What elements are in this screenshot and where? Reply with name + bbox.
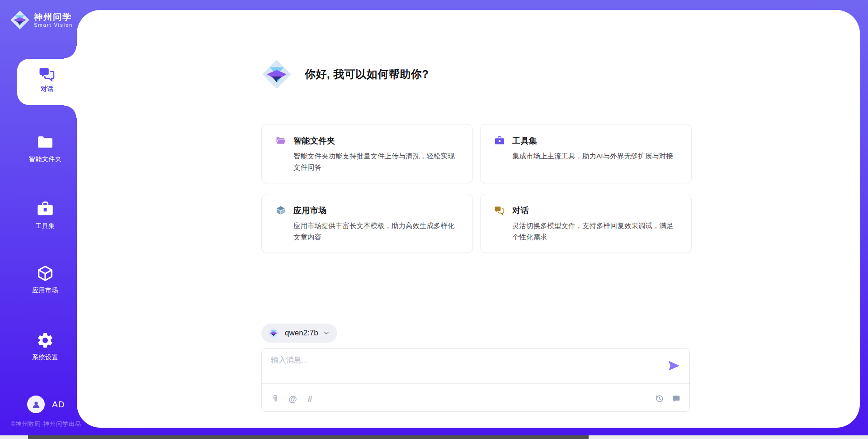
model-logo-icon <box>268 327 279 339</box>
attach-file-button[interactable] <box>271 394 280 404</box>
sidebar-item-label: 对话 <box>41 85 53 92</box>
card-chat[interactable]: 对话 灵活切换多模型文件，支持多样回复效果调试，满足个性化需求 <box>480 194 692 253</box>
paperclip-icon <box>271 394 280 404</box>
chat-icon <box>494 205 505 216</box>
card-description: 灵活切换多模型文件，支持多样回复效果调试，满足个性化需求 <box>512 220 679 243</box>
brand-subtitle: Smart Vision <box>34 22 73 28</box>
greeting-title: 你好, 我可以如何帮助你? <box>305 67 429 81</box>
sidebar-item-label: 智能文件夹 <box>29 155 62 162</box>
card-app-market[interactable]: 应用市场 应用市场提供丰富长文本模板，助力高效生成多样化文章内容 <box>261 194 473 253</box>
message-input[interactable] <box>271 355 651 380</box>
chevron-down-icon <box>323 329 330 337</box>
active-tab-fillet-top <box>64 46 77 59</box>
card-description: 应用市场提供丰富长文本模板，助力高效生成多样化文章内容 <box>293 220 460 243</box>
folder-icon <box>275 135 286 146</box>
sidebar-item-label: 应用市场 <box>32 286 58 294</box>
user-name: AD <box>52 400 65 410</box>
card-toolset[interactable]: 工具集 集成市场上主流工具，助力AI与外界无缝扩展与对接 <box>480 124 692 183</box>
user-account[interactable]: AD <box>27 396 65 413</box>
cube-icon <box>36 264 54 282</box>
card-title: 应用市场 <box>293 205 327 216</box>
history-icon <box>655 394 665 404</box>
card-title: 对话 <box>512 205 529 216</box>
sidebar-item-label: 系统设置 <box>32 353 58 361</box>
brand: 神州问学 Smart Vision <box>10 10 73 30</box>
model-name: qwen2:7b <box>285 329 318 338</box>
hashtag-button[interactable]: # <box>305 394 315 404</box>
active-tab-fillet-bottom <box>64 105 77 118</box>
greeting: 你好, 我可以如何帮助你? <box>261 59 429 90</box>
message-composer: @ # <box>261 348 690 412</box>
toolbox-icon <box>494 135 505 146</box>
send-button[interactable] <box>668 359 680 372</box>
sidebar-item-app-market[interactable]: 应用市场 <box>7 264 84 295</box>
person-icon <box>31 399 42 410</box>
sidebar: 神州问学 Smart Vision 对话 智能文件夹 工具集 应用市场 系统设置… <box>0 0 77 439</box>
model-selector[interactable]: qwen2:7b <box>261 324 337 343</box>
feature-cards: 智能文件夹 智能文件夹功能支持批量文件上传与清洗，轻松实现文件问答 工具集 集成… <box>261 124 692 253</box>
card-title: 工具集 <box>512 135 538 146</box>
chat-icon <box>38 66 56 83</box>
card-description: 集成市场上主流工具，助力AI与外界无缝扩展与对接 <box>512 150 679 162</box>
send-icon <box>668 359 680 372</box>
card-description: 智能文件夹功能支持批量文件上传与清洗，轻松实现文件问答 <box>293 150 460 173</box>
card-title: 智能文件夹 <box>293 135 335 146</box>
copyright-footer: ©神州数码·神州问学出品 <box>11 420 81 428</box>
brand-name: 神州问学 <box>34 12 73 22</box>
horizontal-scrollbar-thumb[interactable] <box>28 435 589 439</box>
sidebar-item-label: 工具集 <box>35 222 55 229</box>
new-chat-button[interactable] <box>671 394 681 404</box>
card-smart-folder[interactable]: 智能文件夹 智能文件夹功能支持批量文件上传与清洗，轻松实现文件问答 <box>261 124 473 183</box>
folder-icon <box>36 133 54 151</box>
composer-divider <box>262 383 689 384</box>
mention-button[interactable]: @ <box>288 394 297 404</box>
sidebar-item-settings[interactable]: 系统设置 <box>7 331 84 362</box>
history-button[interactable] <box>655 394 665 404</box>
app-logo-icon <box>261 59 292 90</box>
sidebar-item-smart-folder[interactable]: 智能文件夹 <box>7 133 84 163</box>
chat-bubble-icon <box>671 394 681 404</box>
app-grid-icon <box>275 205 286 216</box>
sidebar-item-chat[interactable]: 对话 <box>17 59 77 105</box>
gear-icon <box>36 331 54 349</box>
sidebar-item-toolset[interactable]: 工具集 <box>7 200 84 230</box>
avatar <box>27 396 45 413</box>
main-panel: 你好, 我可以如何帮助你? 智能文件夹 智能文件夹功能支持批量文件上传与清洗，轻… <box>77 10 860 428</box>
toolbox-icon <box>36 200 54 218</box>
horizontal-scrollbar <box>0 435 868 439</box>
brand-logo-icon <box>10 10 30 30</box>
